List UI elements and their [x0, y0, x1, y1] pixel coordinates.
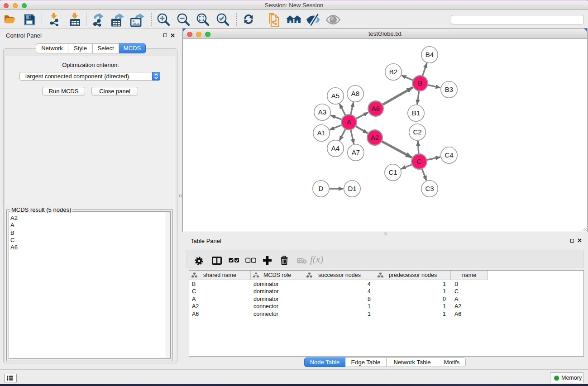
svg-text:D1: D1	[348, 185, 356, 192]
svg-text:B1: B1	[412, 109, 420, 117]
svg-text:C: C	[417, 157, 422, 165]
svg-text:B4: B4	[425, 51, 434, 58]
svg-text:A7: A7	[352, 148, 360, 156]
svg-text:A2: A2	[371, 133, 379, 141]
svg-text:A: A	[347, 118, 351, 126]
svg-text:A5: A5	[331, 92, 339, 100]
svg-text:C1: C1	[388, 168, 397, 176]
svg-text:A6: A6	[372, 105, 380, 112]
svg-text:C3: C3	[425, 185, 434, 192]
svg-text:A1: A1	[317, 129, 325, 137]
svg-text:C4: C4	[445, 151, 453, 159]
svg-text:B3: B3	[445, 86, 453, 93]
svg-text:C2: C2	[413, 128, 421, 136]
svg-text:A3: A3	[318, 108, 326, 116]
svg-text:B2: B2	[389, 68, 397, 76]
svg-text:A8: A8	[351, 90, 359, 97]
svg-text:D: D	[319, 185, 324, 192]
svg-text:A4: A4	[331, 144, 339, 152]
svg-text:B: B	[418, 79, 422, 87]
